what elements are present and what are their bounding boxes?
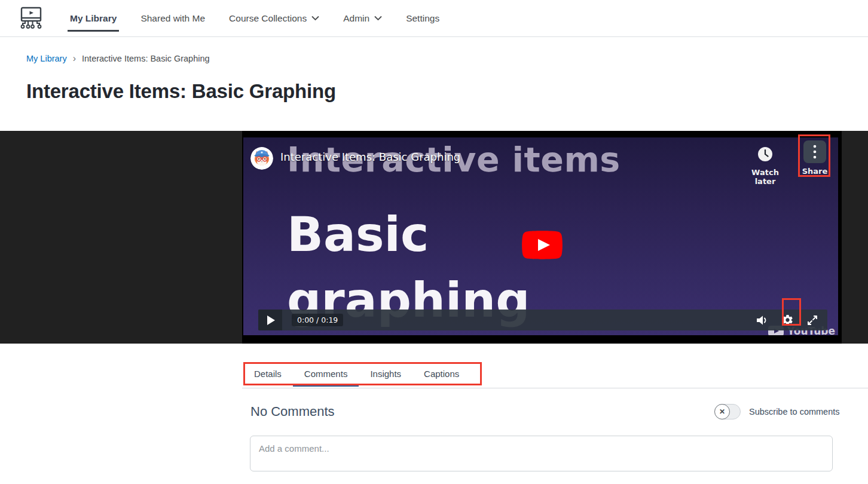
nav-item-settings[interactable]: Settings	[394, 0, 451, 36]
no-comments-heading: No Comments	[250, 404, 335, 419]
tab-label: Insights	[370, 369, 401, 379]
channel-avatar[interactable]	[250, 147, 273, 170]
nav-item-label: Settings	[406, 13, 439, 24]
volume-button[interactable]	[756, 314, 769, 326]
video-slide-text-line2: Basic	[287, 207, 429, 262]
subscribe-toggle[interactable]: ✕	[714, 404, 741, 419]
breadcrumb-current-page: Interactive Items: Basic Graphing	[82, 54, 210, 63]
subscribe-to-comments-control: ✕ Subscribe to comments	[714, 404, 840, 419]
share-label: Share	[797, 167, 833, 176]
player-control-bar: 0:00 / 0:19	[258, 310, 827, 330]
breadcrumb-my-library-link[interactable]: My Library	[26, 54, 67, 63]
nav-item-shared-with-me[interactable]: Shared with Me	[129, 0, 217, 36]
nav-item-label: Admin	[343, 13, 369, 24]
tab-comments[interactable]: Comments	[293, 363, 359, 384]
time-display: 0:00 / 0:19	[292, 314, 343, 326]
nav-item-admin[interactable]: Admin	[331, 0, 394, 36]
tab-label: Details	[254, 369, 282, 379]
content-tabs: Details Comments Insights Captions	[243, 363, 470, 384]
clock-icon	[757, 146, 773, 162]
tab-details[interactable]: Details	[243, 363, 293, 384]
player-right-controls	[756, 314, 827, 326]
subscribe-label: Subscribe to comments	[749, 407, 840, 416]
page: My Library Shared with Me Course Collect…	[0, 0, 868, 484]
fullscreen-button[interactable]	[806, 314, 818, 326]
kebab-menu-icon	[803, 140, 826, 163]
nav-item-label: My Library	[70, 13, 117, 24]
toggle-off-icon: ✕	[714, 404, 730, 419]
nav-item-label: Course Collections	[229, 13, 307, 24]
tab-captions[interactable]: Captions	[412, 363, 470, 384]
player-band: Interactive items Basic graphing	[0, 131, 868, 344]
tab-label: Captions	[424, 369, 459, 379]
nav-item-my-library[interactable]: My Library	[58, 0, 129, 36]
tab-label: Comments	[304, 369, 348, 379]
nav-item-course-collections[interactable]: Course Collections	[217, 0, 331, 36]
page-title: Interactive Items: Basic Graphing	[26, 80, 336, 103]
tabs-divider	[242, 388, 868, 388]
chevron-down-icon	[374, 16, 382, 21]
play-icon	[267, 315, 275, 325]
settings-gear-button[interactable]	[781, 314, 794, 326]
watch-later-button[interactable]: Watch later	[744, 146, 786, 186]
breadcrumb: My Library › Interactive Items: Basic Gr…	[26, 54, 210, 63]
video-viewport[interactable]: Interactive items Basic graphing	[243, 137, 838, 335]
tab-insights[interactable]: Insights	[359, 363, 412, 384]
active-nav-underline	[68, 30, 119, 32]
play-button[interactable]	[258, 310, 282, 330]
watch-later-label: Watch later	[744, 168, 786, 186]
media-library-logo-icon[interactable]	[18, 5, 44, 32]
nav-item-label: Shared with Me	[140, 13, 205, 24]
active-tab-underline	[293, 384, 359, 387]
youtube-big-play-button[interactable]	[522, 231, 563, 262]
breadcrumb-separator-icon: ›	[73, 54, 76, 63]
share-button[interactable]: Share	[797, 140, 833, 176]
nav-items: My Library Shared with Me Course Collect…	[58, 0, 451, 36]
chevron-down-icon	[311, 16, 319, 21]
youtube-player: Interactive items Basic graphing	[242, 131, 842, 344]
top-navigation-bar: My Library Shared with Me Course Collect…	[0, 0, 868, 37]
video-overlay-title-link[interactable]: Interactive Items: Basic Graphing	[280, 151, 460, 163]
add-comment-input[interactable]	[250, 436, 833, 471]
